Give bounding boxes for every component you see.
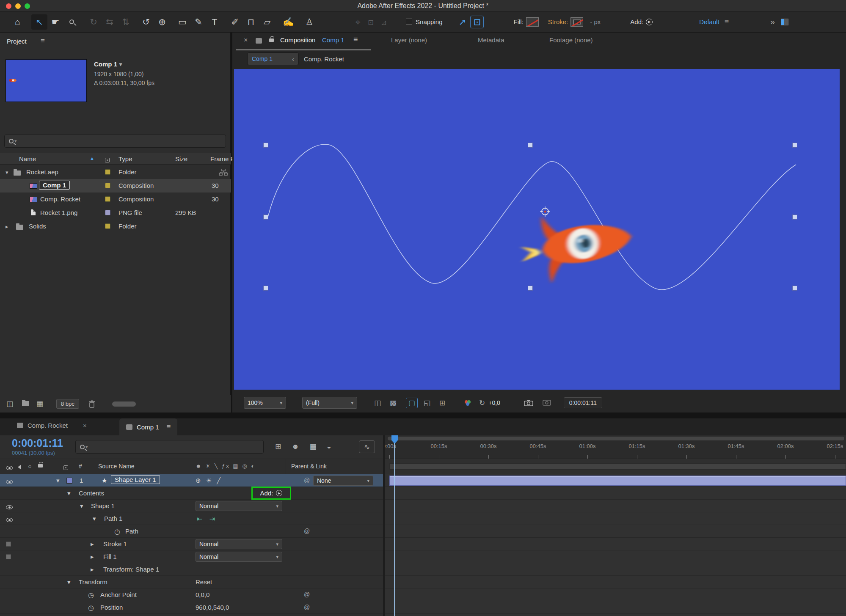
column-size[interactable]: Size <box>175 155 187 162</box>
timeline-option-icons[interactable]: ⊞ ☻ ▦ ◒ <box>275 442 336 451</box>
column-source-name[interactable]: Source Name <box>98 463 135 470</box>
column-type[interactable]: Type <box>118 155 132 162</box>
magnification-dropdown[interactable]: 100%▾ <box>244 397 286 409</box>
property-label[interactable]: Transform <box>79 578 107 586</box>
label-color-chip[interactable] <box>105 169 110 175</box>
roto-brush-tool-icon[interactable]: ✍ <box>280 14 296 30</box>
property-label[interactable]: Stroke 1 <box>103 540 127 547</box>
project-row-comp1[interactable]: Comp 1 Composition 30 <box>0 179 231 192</box>
audio-column-speaker-icon[interactable] <box>18 464 21 471</box>
project-row-rocket-png[interactable]: Rocket 1.png PNG file 299 KB <box>0 206 231 220</box>
composition-canvas[interactable] <box>234 69 840 390</box>
viewer-menu-icon[interactable]: ≡ <box>353 35 358 44</box>
hand-tool-icon[interactable]: ☛ <box>47 14 63 30</box>
interpret-footage-icon[interactable]: ◫ <box>3 399 16 410</box>
project-row-solids[interactable]: ▸ Solids Folder <box>0 220 231 233</box>
tab-composition-comp-name[interactable]: Comp 1 <box>322 36 344 44</box>
resolution-dropdown[interactable]: (Full)▾ <box>302 397 357 409</box>
property-row-transform-shape1[interactable]: ▸ Transform: Shape 1 <box>0 563 383 576</box>
property-label[interactable]: Contents <box>79 490 104 497</box>
stroke1-blend-mode-dropdown[interactable]: Normal ▾ <box>196 539 282 549</box>
property-row-anchor-point[interactable]: ◷ Anchor Point 0,0,0 @ <box>0 588 383 601</box>
clone-stamp-tool-icon[interactable]: ⊓ <box>243 14 259 30</box>
property-row-path1[interactable]: ▾ Path 1 ⇤ ⇥ <box>0 512 383 525</box>
timeline-track-area[interactable]: 0:00s 00:15s 00:30s 00:45s 01:00s 01:15s… <box>385 435 846 616</box>
selection-handle-bottom-center[interactable] <box>528 286 533 291</box>
timeline-tab-comp-rocket[interactable]: Comp. Rocket × <box>17 422 87 429</box>
comp-navigator-chip[interactable]: Comp 1 ‹ <box>247 52 299 65</box>
comp-navigator-current[interactable]: Comp. Rocket <box>304 55 344 63</box>
twirl-open-icon[interactable]: ▾ <box>67 578 71 586</box>
graph-editor-icon[interactable]: ∿ <box>359 440 375 453</box>
anchor-point-value[interactable]: 0,0,0 <box>196 591 209 598</box>
workspace-selector[interactable]: Default <box>699 18 719 25</box>
property-label[interactable]: Shape 1 <box>91 502 115 509</box>
column-name[interactable]: Name <box>19 155 36 162</box>
tab-layer[interactable]: Layer (none) <box>391 36 427 44</box>
property-label[interactable]: Position <box>100 604 123 611</box>
layer-visibility-eye-icon[interactable] <box>6 478 13 486</box>
region-of-interest-icon[interactable]: ▢ <box>406 398 418 408</box>
selection-handle-mid-left[interactable] <box>263 214 268 220</box>
channel-icon[interactable] <box>464 399 472 406</box>
layer-switches-header-icons[interactable]: ☻ ☀ ╲ ƒx ▦ ◎ ◐ <box>196 463 256 469</box>
position-value[interactable]: 960,0,540,0 <box>196 604 229 611</box>
fill-swatch[interactable] <box>526 17 539 27</box>
project-row-rocket-aep[interactable]: ▾ Rocket.aep Folder <box>0 165 231 179</box>
brush-tool-icon[interactable]: ✐ <box>227 14 243 30</box>
item-name[interactable]: Solids <box>29 223 46 230</box>
property-row-path[interactable]: ◷ Path @ <box>0 525 383 538</box>
selection-handle-top-center[interactable] <box>528 143 533 148</box>
stopwatch-icon[interactable]: ◷ <box>88 591 94 599</box>
property-row-shape1[interactable]: ▾ Shape 1 Normal ▾ <box>0 500 383 512</box>
twirl-open-icon[interactable]: ▾ <box>67 490 71 497</box>
tab-footage[interactable]: Footage (none) <box>549 36 593 44</box>
anchor-point-indicator[interactable] <box>539 205 551 218</box>
puppet-pin-tool-icon[interactable]: ♙ <box>301 14 317 30</box>
label-column-icon[interactable] <box>105 157 110 164</box>
pickwhip-icon[interactable]: @ <box>304 591 310 598</box>
view-option-icons[interactable]: ◫ ▩ <box>374 399 400 407</box>
eraser-tool-icon[interactable]: ▱ <box>259 14 275 30</box>
video-column-eye-icon[interactable] <box>6 464 13 472</box>
property-row-transform[interactable]: ▾ Transform Reset <box>0 576 383 588</box>
pickwhip-icon[interactable]: @ <box>304 604 310 610</box>
rectangle-tool-icon[interactable]: ▭ <box>174 14 190 30</box>
twirl-closed-icon[interactable]: ▸ <box>91 553 94 561</box>
parent-pickwhip-icon[interactable]: @ <box>304 477 310 484</box>
label-column-icon[interactable] <box>63 464 68 472</box>
project-panel-tab[interactable]: Project <box>7 38 27 45</box>
lock-column-icon[interactable] <box>38 462 43 469</box>
add-menu-button[interactable]: ▶ <box>276 490 282 496</box>
trash-icon[interactable] <box>88 400 95 408</box>
property-label[interactable]: Path <box>125 528 138 535</box>
show-snapshot-icon[interactable] <box>543 399 551 406</box>
property-label[interactable]: Anchor Point <box>100 591 137 598</box>
bit-depth-button[interactable]: 8 bpc <box>56 399 79 409</box>
stroke-width-value[interactable]: - px <box>590 18 601 25</box>
home-tool-icon[interactable]: ⌂ <box>9 14 25 30</box>
property-label[interactable]: Transform: Shape 1 <box>103 566 159 573</box>
selection-handle-top-left[interactable] <box>263 143 268 148</box>
property-row-fill1[interactable]: ▸ Fill 1 Normal ▾ <box>0 550 383 563</box>
layer-switch-icons[interactable]: ⊕ ☀ ╱ <box>196 477 222 484</box>
twirl-open-icon[interactable]: ▾ <box>93 515 96 522</box>
label-color-chip[interactable] <box>105 183 110 188</box>
view-option-icons-2[interactable]: ◱ ⊞ <box>424 399 449 407</box>
pan-behind-tool-icon[interactable]: ⊕ <box>154 14 170 30</box>
property-row-position[interactable]: ◷ Position 960,0,540,0 @ <box>0 601 383 614</box>
item-name[interactable]: Comp. Rocket <box>40 195 80 203</box>
twirl-open-icon[interactable]: ▾ <box>80 502 83 510</box>
keyframe-interpolation-icons[interactable]: ⇤ ⇥ <box>197 515 218 523</box>
item-name[interactable]: Rocket 1.png <box>40 209 77 216</box>
exposure-value[interactable]: +0,0 <box>488 399 500 406</box>
workspace-menu-icon[interactable]: ≡ <box>725 17 729 26</box>
stroke-swatch[interactable] <box>570 17 583 27</box>
property-row-contents[interactable]: ▾ Contents Add: ▶ <box>0 487 383 500</box>
label-color-chip[interactable] <box>105 223 110 229</box>
current-timecode[interactable]: 0:00:01:11 <box>12 437 63 449</box>
project-panel-menu-icon[interactable]: ≡ <box>41 37 45 45</box>
tab-metadata[interactable]: Metadata <box>478 36 504 44</box>
path1-eye-icon[interactable] <box>6 516 13 524</box>
layer-name[interactable]: Shape Layer 1 <box>111 475 160 484</box>
